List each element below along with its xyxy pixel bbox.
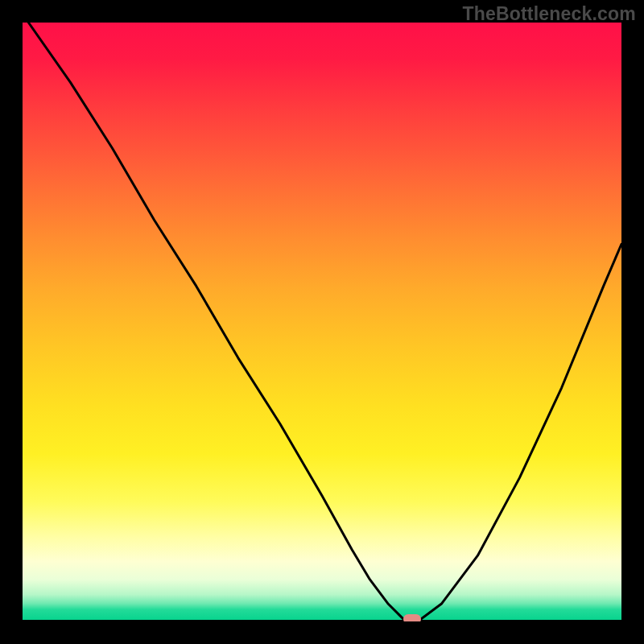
x-axis-baseline (23, 620, 621, 621)
chart-frame: TheBottleneck.com (0, 0, 644, 644)
optimum-marker (403, 614, 421, 621)
curve-path (28, 23, 621, 621)
plot-area (23, 23, 621, 621)
bottleneck-curve (23, 23, 621, 621)
watermark-text: TheBottleneck.com (462, 3, 636, 25)
